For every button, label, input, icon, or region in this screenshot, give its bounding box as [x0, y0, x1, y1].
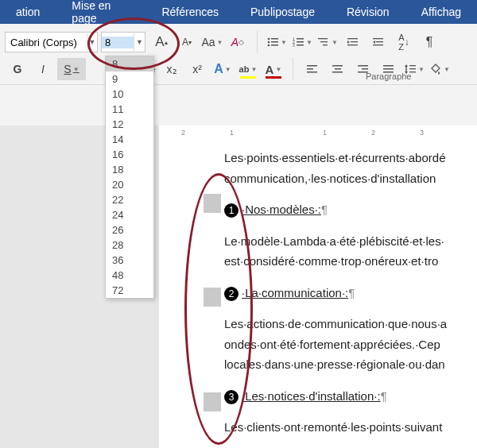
text-effects-button[interactable]: A▼: [211, 58, 234, 80]
bold-button[interactable]: G: [6, 58, 29, 80]
svg-rect-23: [307, 71, 317, 73]
size-option[interactable]: 28: [106, 238, 153, 253]
svg-rect-20: [373, 44, 383, 45]
svg-rect-28: [362, 68, 368, 70]
clear-formatting-button[interactable]: A◇: [227, 31, 249, 53]
svg-rect-14: [323, 44, 328, 45]
menu-bar: ation Mise en page Références Publiposta…: [0, 0, 477, 24]
shading-button[interactable]: ▼: [429, 58, 451, 80]
svg-rect-13: [320, 41, 328, 42]
highlight-color-button[interactable]: ab▼: [237, 58, 259, 80]
show-marks-button[interactable]: ¶: [418, 31, 440, 53]
svg-rect-11: [297, 44, 304, 46]
selection-block: [204, 194, 221, 213]
chevron-down-icon[interactable]: ▼: [87, 33, 97, 51]
size-option[interactable]: 9: [106, 71, 153, 87]
italic-button[interactable]: I: [32, 58, 54, 80]
svg-rect-16: [351, 41, 358, 42]
size-option[interactable]: 20: [106, 177, 153, 192]
size-option[interactable]: 10: [106, 87, 153, 102]
svg-rect-18: [373, 38, 383, 39]
svg-rect-27: [358, 65, 368, 67]
selection-block: [204, 288, 221, 307]
size-option[interactable]: 24: [106, 207, 153, 222]
increase-indent-button[interactable]: [367, 31, 390, 53]
body-text[interactable]: Les·actions·de·communication·que·nous·a: [224, 314, 477, 334]
svg-rect-35: [409, 68, 416, 69]
svg-rect-21: [307, 65, 317, 67]
svg-rect-31: [383, 68, 394, 70]
font-color-button[interactable]: A▼: [262, 58, 285, 80]
menu-item[interactable]: Publipostage: [235, 6, 331, 18]
font-size-input[interactable]: [102, 37, 134, 48]
size-option[interactable]: 8: [106, 56, 153, 71]
grow-font-button[interactable]: A▴: [150, 31, 173, 53]
svg-point-2: [268, 41, 270, 44]
body-text[interactable]: communication,·les·notices·d'installatio…: [224, 168, 477, 189]
font-name-combo[interactable]: ▼: [5, 32, 98, 52]
align-left-button[interactable]: [301, 58, 324, 80]
size-option[interactable]: 26: [106, 222, 153, 238]
size-option[interactable]: 11: [106, 102, 153, 117]
shrink-font-button[interactable]: A▾: [176, 31, 198, 53]
svg-rect-19: [376, 41, 383, 42]
heading[interactable]: 1·Nos·modèles·:¶: [224, 199, 477, 220]
svg-rect-17: [347, 44, 358, 45]
menu-item[interactable]: ation: [0, 6, 56, 18]
svg-rect-9: [297, 41, 304, 43]
underline-button[interactable]: S▼: [57, 58, 86, 80]
svg-rect-22: [307, 68, 313, 70]
bullets-button[interactable]: ▼: [266, 31, 288, 53]
chevron-down-icon[interactable]: ▼: [134, 33, 145, 51]
font-size-combo[interactable]: ▼: [101, 32, 145, 52]
body-text[interactable]: est·considéré·comme·trop·onéreux·et·tro: [224, 251, 477, 272]
numbering-button[interactable]: 123▼: [291, 31, 313, 53]
body-text[interactable]: Les·clients·ont·remonté·les·points·suiva…: [224, 417, 477, 438]
svg-point-0: [268, 38, 270, 41]
svg-rect-12: [318, 38, 328, 39]
svg-rect-34: [409, 65, 416, 66]
size-option[interactable]: 18: [106, 162, 153, 177]
menu-item[interactable]: Mise en page: [56, 0, 145, 25]
size-option[interactable]: 48: [106, 268, 153, 283]
size-option[interactable]: 36: [106, 253, 153, 268]
body-text[interactable]: Les·points·essentiels·et·récurrents·abor…: [224, 148, 477, 168]
size-option[interactable]: 22: [106, 192, 153, 207]
menu-item[interactable]: Affichag: [405, 6, 477, 18]
decrease-indent-button[interactable]: [342, 31, 364, 53]
group-label-paragraph: Paragraphe: [366, 71, 412, 81]
change-case-button[interactable]: Aa▼: [201, 31, 223, 53]
font-name-input[interactable]: [6, 37, 87, 48]
size-option[interactable]: 12: [106, 117, 153, 132]
body-text[interactable]: Le·modèle·Lambda·a·été·plébiscité·et·les…: [224, 231, 477, 252]
size-option[interactable]: 14: [106, 132, 153, 147]
size-option[interactable]: 16: [106, 147, 153, 162]
svg-rect-24: [332, 65, 343, 67]
sort-button[interactable]: AZ↓: [393, 31, 415, 53]
horizontal-ruler[interactable]: 21123: [159, 126, 477, 141]
svg-rect-30: [383, 65, 394, 67]
selection-block: [204, 392, 221, 411]
svg-rect-26: [332, 71, 343, 73]
superscript-button[interactable]: x²: [186, 58, 208, 80]
document-canvas[interactable]: Les·points·essentiels·et·récurrents·abor…: [159, 140, 477, 448]
ribbon: ▼ ▼ A▴ A▾ Aa▼ A◇ ▼ 123▼ ▼ AZ↓ ¶ G I S▼ a…: [0, 24, 477, 85]
align-center-button[interactable]: [327, 58, 349, 80]
body-text[interactable]: locales·dans·une·presse·régionale·ou·dan: [224, 354, 477, 375]
menu-item[interactable]: Révision: [331, 6, 405, 18]
heading[interactable]: 3·Les·notices·d'installation·:¶: [224, 386, 477, 407]
size-option[interactable]: 72: [106, 283, 153, 298]
svg-text:3: 3: [293, 43, 295, 48]
svg-rect-25: [335, 68, 341, 70]
svg-rect-1: [271, 38, 278, 40]
subscript-button[interactable]: x₂: [161, 58, 183, 80]
multilevel-list-button[interactable]: ▼: [316, 31, 339, 53]
svg-rect-7: [297, 38, 304, 40]
svg-rect-5: [271, 44, 278, 46]
font-size-dropdown[interactable]: 8 9 10 11 12 14 16 18 20 22 24 26 28 36 …: [105, 56, 154, 299]
svg-rect-15: [347, 38, 358, 39]
body-text[interactable]: ondes·ont·été·fortement·appréciées.·Cep: [224, 334, 477, 355]
svg-point-4: [268, 44, 270, 47]
menu-item[interactable]: Références: [145, 6, 235, 18]
heading[interactable]: 2·La·communication·:¶: [224, 283, 477, 303]
